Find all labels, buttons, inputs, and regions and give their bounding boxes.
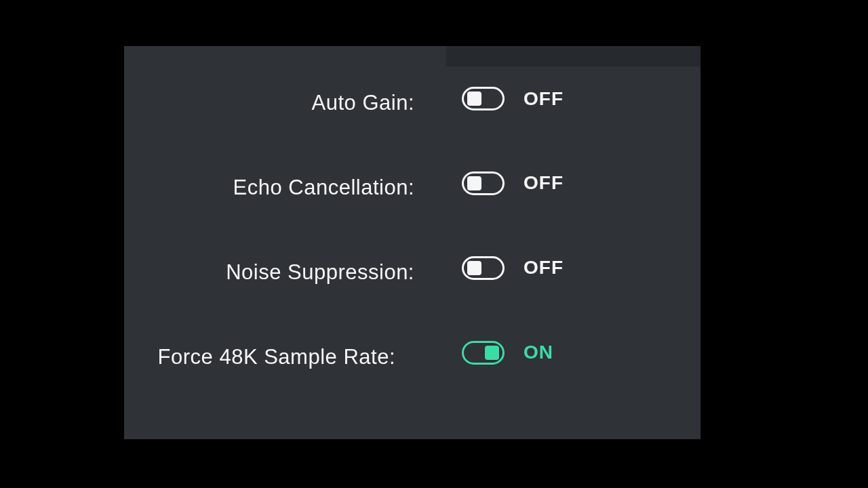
toggle-knob-icon (467, 176, 481, 190)
setting-label: Auto Gain: (124, 87, 414, 119)
setting-row-echo-cancellation: Echo Cancellation: OFF (124, 171, 701, 203)
toggle-state-text: OFF (524, 172, 564, 194)
toggle-knob-icon (467, 92, 481, 106)
setting-control: ON (414, 341, 553, 365)
input-field-remnant (446, 46, 701, 66)
settings-panel: Auto Gain: OFF Echo Cancellation: OFF No… (124, 46, 701, 439)
setting-label: Force 48K Sample Rate: (124, 341, 414, 373)
auto-gain-toggle[interactable] (462, 87, 505, 110)
toggle-knob-icon (467, 261, 481, 275)
setting-row-noise-suppression: Noise Suppression: OFF (124, 256, 701, 288)
setting-row-auto-gain: Auto Gain: OFF (124, 87, 701, 119)
echo-cancellation-toggle[interactable] (462, 171, 505, 195)
settings-list: Auto Gain: OFF Echo Cancellation: OFF No… (124, 87, 701, 426)
toggle-state-text: ON (524, 342, 553, 363)
setting-row-force-48k: Force 48K Sample Rate: ON (124, 341, 701, 373)
noise-suppression-toggle[interactable] (462, 256, 505, 280)
toggle-state-text: OFF (524, 257, 564, 279)
setting-label: Noise Suppression: (124, 256, 414, 288)
toggle-knob-icon (485, 346, 499, 360)
toggle-state-text: OFF (524, 88, 564, 110)
setting-control: OFF (414, 256, 564, 280)
setting-control: OFF (414, 171, 564, 195)
force-48k-toggle[interactable] (462, 341, 505, 365)
setting-control: OFF (414, 87, 564, 110)
setting-label: Echo Cancellation: (124, 171, 414, 203)
